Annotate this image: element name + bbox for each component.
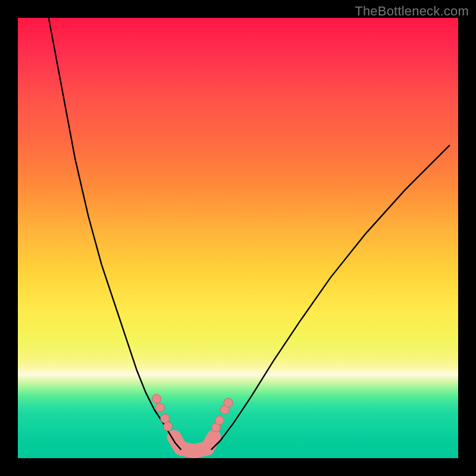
curve-layer <box>49 18 449 449</box>
plot-area <box>18 18 458 458</box>
bead-marker <box>161 414 170 423</box>
watermark-text: TheBottleneck.com <box>355 4 469 19</box>
bead-marker <box>224 398 233 407</box>
bead-marker <box>215 416 224 425</box>
bead-marker <box>156 403 165 412</box>
bead-marker <box>152 394 161 403</box>
series-right-curve <box>212 146 450 450</box>
chart-svg <box>18 18 458 458</box>
stage: TheBottleneck.com <box>0 0 476 476</box>
marker-layer <box>152 394 233 432</box>
series-left-curve <box>49 18 181 449</box>
bead-marker <box>164 422 173 431</box>
